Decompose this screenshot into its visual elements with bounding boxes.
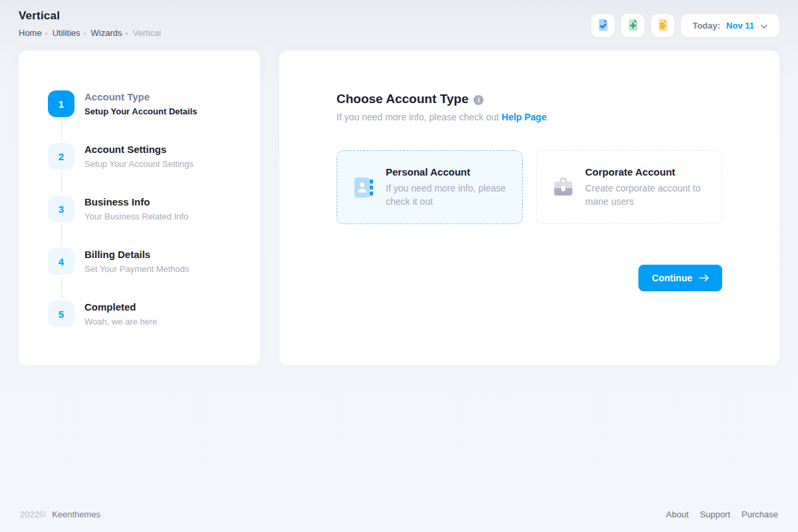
file-check-button[interactable] <box>591 14 614 37</box>
breadcrumb-item-utilities[interactable]: Utilities <box>53 28 80 38</box>
step-title: Billing Details <box>84 249 190 261</box>
file-plus-button[interactable] <box>621 14 644 37</box>
step-desc: Set Your Payment Methods <box>84 264 190 274</box>
breadcrumb-item-home[interactable]: Home <box>19 28 42 38</box>
breadcrumb: Home Utilities Wizards Vertical <box>19 28 161 38</box>
page-title: Vertical <box>19 9 161 23</box>
option-text: Personal Account If you need more info, … <box>386 166 507 209</box>
step-desc: Woah, we are here <box>84 317 158 327</box>
subtext-suffix: . <box>547 112 549 122</box>
wizard-content-panel: Choose Account Type i If you need more i… <box>279 51 779 365</box>
chevron-down-icon <box>760 23 768 30</box>
step-text: Account Settings Setup Your Account Sett… <box>84 143 194 170</box>
heading-subtext: If you need more info, please check out … <box>336 112 722 122</box>
step-desc: Setup Your Account Settings <box>84 159 194 169</box>
step-connector <box>61 277 247 298</box>
step-account-type[interactable]: 1 Account Type Setup Your Account Detail… <box>48 90 247 117</box>
info-icon[interactable]: i <box>473 95 483 105</box>
wizard-stepper-panel: 1 Account Type Setup Your Account Detail… <box>19 51 260 365</box>
footer-links: About Support Purchase <box>666 509 778 519</box>
footer-copyright: 2022© Keenthemes <box>20 509 100 519</box>
step-connector <box>61 172 247 193</box>
continue-button[interactable]: Continue <box>638 265 722 291</box>
account-type-options: Personal Account If you need more info, … <box>336 150 722 224</box>
main-area: 1 Account Type Setup Your Account Detail… <box>0 38 798 365</box>
copyright-year: 2022© <box>20 509 46 519</box>
header-actions: Today: Nov 11 <box>591 14 779 37</box>
step-title: Account Settings <box>84 144 194 156</box>
step-number-badge: 3 <box>48 196 74 222</box>
page-header: Vertical Home Utilities Wizards Vertical <box>0 0 798 38</box>
file-lines-icon <box>656 17 670 35</box>
step-title: Completed <box>84 301 158 314</box>
option-desc: If you need more info, please check it o… <box>386 182 507 209</box>
header-left: Vertical Home Utilities Wizards Vertical <box>19 9 161 38</box>
page-heading: Choose Account Type <box>336 92 468 106</box>
wizard-content: Choose Account Type i If you need more i… <box>336 51 722 365</box>
step-account-settings[interactable]: 2 Account Settings Setup Your Account Se… <box>48 143 247 170</box>
step-desc: Setup Your Account Details <box>84 106 198 116</box>
page-footer: 2022© Keenthemes About Support Purchase <box>0 509 798 532</box>
option-desc: Create corporate account to mane users <box>585 182 707 209</box>
footer-link-support[interactable]: Support <box>700 509 731 519</box>
step-connector <box>61 120 247 140</box>
breadcrumb-separator <box>126 33 128 35</box>
file-check-icon <box>596 17 610 35</box>
breadcrumb-current: Vertical <box>133 28 162 38</box>
continue-label: Continue <box>652 273 692 283</box>
date-label: Today: <box>692 21 720 31</box>
step-title: Business Info <box>84 196 188 209</box>
step-number-badge: 2 <box>48 143 74 170</box>
step-completed[interactable]: 5 Completed Woah, we are here <box>48 301 247 327</box>
option-text: Corporate Account Create corporate accou… <box>585 166 707 209</box>
step-connector <box>61 225 247 245</box>
breadcrumb-separator <box>84 33 86 35</box>
step-text: Business Info Your Business Related Info <box>84 196 188 222</box>
breadcrumb-item-wizards[interactable]: Wizards <box>91 28 122 38</box>
file-plus-icon <box>626 17 640 35</box>
date-picker-button[interactable]: Today: Nov 11 <box>681 14 779 37</box>
subtext-prefix: If you need more info, please check out <box>336 112 501 122</box>
file-lines-button[interactable] <box>651 14 674 37</box>
step-number-badge: 1 <box>48 90 74 117</box>
option-corporate-account[interactable]: Corporate Account Create corporate accou… <box>536 150 722 224</box>
help-page-link[interactable]: Help Page <box>501 112 547 122</box>
arrow-right-icon <box>699 274 709 282</box>
footer-link-purchase[interactable]: Purchase <box>741 509 778 519</box>
step-desc: Your Business Related Info <box>84 211 188 221</box>
step-number-badge: 5 <box>48 301 74 327</box>
step-business-info[interactable]: 3 Business Info Your Business Related In… <box>48 196 247 222</box>
option-personal-account[interactable]: Personal Account If you need more info, … <box>336 150 523 224</box>
briefcase-icon <box>551 176 575 200</box>
step-billing-details[interactable]: 4 Billing Details Set Your Payment Metho… <box>48 248 247 275</box>
option-title: Personal Account <box>386 166 507 178</box>
date-value: Nov 11 <box>726 21 754 31</box>
option-title: Corporate Account <box>585 166 707 178</box>
footer-link-about[interactable]: About <box>666 509 689 519</box>
step-text: Billing Details Set Your Payment Methods <box>84 248 190 275</box>
wizard-actions: Continue <box>336 265 722 291</box>
step-text: Account Type Setup Your Account Details <box>84 90 198 117</box>
breadcrumb-separator <box>45 33 47 35</box>
step-text: Completed Woah, we are here <box>84 301 158 327</box>
step-title: Account Type <box>84 91 198 104</box>
copyright-brand-link[interactable]: Keenthemes <box>52 509 100 519</box>
step-number-badge: 4 <box>48 248 74 275</box>
heading-row: Choose Account Type i <box>336 92 722 106</box>
address-book-icon <box>352 176 376 200</box>
